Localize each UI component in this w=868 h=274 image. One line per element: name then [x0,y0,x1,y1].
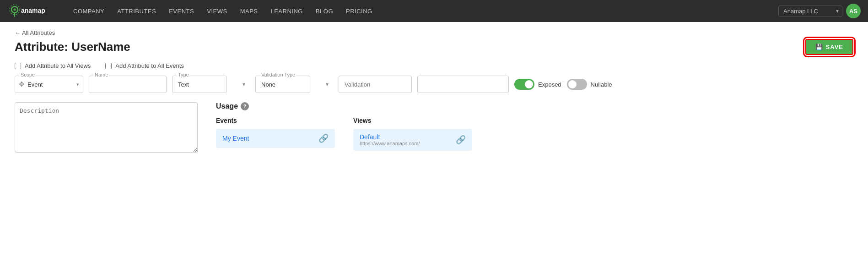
save-label: SAVE [826,44,843,50]
usage-view-link-icon[interactable]: 🔗 [456,135,466,145]
add-to-events-label: Add Attribute to All Events [115,62,184,69]
usage-events-title: Events [216,117,335,124]
add-to-events-checkbox-label[interactable]: Add Attribute to All Events [105,62,184,69]
nav-links: COMPANY ATTRIBUTES EVENTS VIEWS MAPS LEA… [67,0,778,22]
usage-title: Usage [216,102,238,110]
origin-field-group: Origin [417,76,509,93]
usage-columns: Events My Event 🔗 Views Default htt [216,117,853,151]
form-row: Scope ✥ Event User Session ▾ Name UserNa… [15,76,853,93]
type-label: Type [177,72,190,77]
usage-event-name[interactable]: My Event [222,135,249,142]
usage-event-text: My Event [222,135,249,142]
nullable-label: Nullable [591,81,612,88]
validation-type-field-group: Validation Type None Email URL Regex [255,76,333,93]
usage-view-text: Default https://www.anamaps.com/ [360,133,420,146]
nullable-toggle-slider [567,79,587,90]
nav-blog[interactable]: BLOG [309,0,340,22]
usage-views-col: Views Default https://www.anamaps.com/ 🔗 [353,117,472,151]
scope-label: Scope [19,72,36,77]
nav-learning[interactable]: LEARNING [264,0,309,22]
save-button[interactable]: 💾 SAVE [805,39,853,55]
usage-view-url: https://www.anamaps.com/ [360,141,420,146]
page-content: ← All Attributes Attribute: UserName 💾 S… [0,22,868,162]
company-select-wrapper: Anamap LLC [778,5,842,17]
nullable-toggle-wrapper: Nullable [567,79,612,90]
navbar: anamap COMPANY ATTRIBUTES EVENTS VIEWS M… [0,0,868,22]
nav-events[interactable]: EVENTS [162,0,200,22]
scope-field-group: Scope ✥ Event User Session ▾ [15,76,83,93]
usage-view-name[interactable]: Default [360,133,420,141]
add-to-views-checkbox[interactable] [15,63,21,69]
name-label: Name [93,72,109,77]
scope-input-inner: ✥ Event User Session ▾ [15,76,83,93]
svg-text:anamap: anamap [21,7,45,14]
exposed-label: Exposed [538,81,561,88]
company-select[interactable]: Anamap LLC [778,5,842,17]
validation-type-select-wrapper: None Email URL Regex [255,76,333,93]
type-select[interactable]: Text Number Boolean Date [172,76,227,93]
name-input[interactable]: UserName [89,76,167,93]
usage-event-link-icon[interactable]: 🔗 [318,133,329,143]
validation-field-group [339,76,412,93]
add-to-views-checkbox-label[interactable]: Add Attribute to All Views [15,62,91,69]
usage-event-item: My Event 🔗 [216,129,335,148]
scope-move-icon: ✥ [19,80,25,88]
validation-type-select[interactable]: None Email URL Regex [255,76,310,93]
usage-events-col: Events My Event 🔗 [216,117,335,151]
nav-company[interactable]: COMPANY [67,0,111,22]
nav-maps[interactable]: MAPS [234,0,264,22]
validation-type-label: Validation Type [260,72,297,77]
back-link[interactable]: ← All Attributes [15,29,853,36]
name-field-group: Name UserName [89,76,167,93]
usage-views-title: Views [353,117,472,124]
scope-select[interactable]: Event User Session [27,81,75,88]
description-area [15,102,198,154]
exposed-toggle-slider [514,79,534,90]
svg-point-1 [14,9,16,11]
add-to-events-checkbox[interactable] [105,63,112,69]
usage-view-item: Default https://www.anamaps.com/ 🔗 [353,129,472,151]
nullable-toggle[interactable] [567,79,587,90]
nav-attributes[interactable]: ATTRIBUTES [111,0,162,22]
bottom-section: Usage ? Events My Event 🔗 Views [15,102,853,154]
description-textarea[interactable] [15,102,198,153]
scope-chevron-icon: ▾ [76,82,79,88]
checkboxes-row: Add Attribute to All Views Add Attribute… [15,62,853,69]
nav-right: Anamap LLC AS [778,4,861,18]
usage-header: Usage ? [216,102,853,110]
add-to-views-label: Add Attribute to All Views [25,62,91,69]
save-icon: 💾 [815,44,823,50]
page-title: Attribute: UserName [15,40,130,54]
nav-views[interactable]: VIEWS [200,0,233,22]
exposed-toggle[interactable] [514,79,534,90]
help-icon[interactable]: ? [241,102,249,110]
page-header: Attribute: UserName 💾 SAVE [15,39,853,55]
exposed-toggle-wrapper: Exposed [514,79,561,90]
origin-input[interactable]: Origin [417,76,509,93]
type-field-group: Type Text Number Boolean Date [172,76,250,93]
logo[interactable]: anamap [7,4,58,18]
validation-input[interactable] [339,76,412,93]
type-select-wrapper: Text Number Boolean Date [172,76,250,93]
usage-section: Usage ? Events My Event 🔗 Views [216,102,853,151]
user-avatar[interactable]: AS [846,4,861,18]
nav-pricing[interactable]: PRICING [340,0,379,22]
